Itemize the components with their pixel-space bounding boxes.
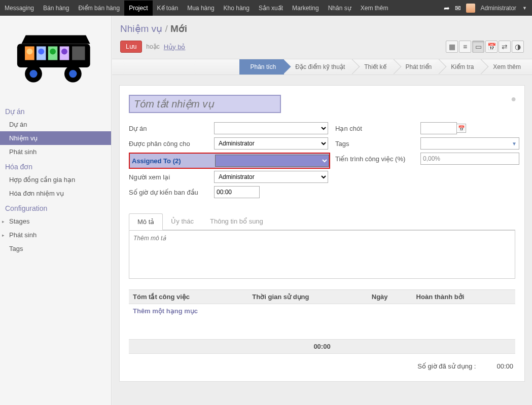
sidebar-item-label: Phát sinh — [9, 148, 37, 156]
work-total: 00:00 — [129, 339, 515, 353]
breadcrumb-parent[interactable]: Nhiệm vụ — [120, 23, 162, 34]
star-icon[interactable]: ● — [511, 94, 516, 104]
nav-xem-thêm[interactable]: Xem thêm — [356, 1, 393, 16]
tags-label: Tags — [335, 138, 420, 150]
project-label: Dự án — [129, 123, 214, 134]
nav-kế-toán[interactable]: Kế toán — [153, 1, 183, 16]
or-text: hoặc — [146, 43, 159, 50]
sidebar-item-label: Dự án — [9, 121, 27, 128]
col-hoàn-thành-bởi: Hoàn thành bởi — [412, 290, 515, 304]
avatar[interactable] — [466, 4, 475, 13]
tab-ủy-thác[interactable]: Ủy thác — [163, 213, 202, 230]
svg-rect-9 — [72, 46, 85, 60]
topnav-menu: MessagingBán hàngĐiểm bán hàngProjectKế … — [0, 1, 393, 16]
form-col-right: Hạn chót 📅 Tags ▼ Tiến trình công việc (… — [335, 122, 519, 201]
gantt-icon[interactable]: ⇄ — [499, 41, 511, 53]
hours-spent-row: Số giờ đã sử dụng : 00:00 — [129, 354, 515, 372]
graph-icon[interactable]: ◑ — [512, 41, 524, 53]
nav-sản-xuất[interactable]: Sản xuất — [254, 1, 288, 16]
nav-kho-hàng[interactable]: Kho hàng — [219, 1, 254, 16]
chevron-down-icon: ▼ — [522, 6, 527, 11]
breadcrumb: Nhiệm vụ / Mới — [120, 23, 187, 34]
sidebar-item-dự-án[interactable]: Dự án — [0, 118, 111, 131]
nav-project[interactable]: Project — [124, 1, 152, 16]
chat-icon[interactable]: ✉ — [455, 4, 461, 12]
stage-bar: Phân tíchĐặc điểm kỹ thuậtThiết kếPhát t… — [112, 59, 532, 75]
add-line-link[interactable]: Thêm một hạng mục — [133, 307, 198, 315]
breadcrumb-current: Mới — [170, 23, 187, 34]
deadline-label: Hạn chót — [335, 123, 420, 134]
logo — [0, 16, 111, 103]
reviewer-select[interactable]: Administrator — [214, 171, 328, 183]
calendar-icon[interactable]: 📅 — [485, 41, 498, 53]
sidebar: Dự ánDự ánNhiệm vụPhát sinhHóa đơnHợp đồ… — [0, 16, 112, 405]
chevron-right-icon: ▸ — [2, 231, 5, 239]
sidebar-section-hóa-đơn: Hóa đơn — [0, 159, 111, 173]
col-tóm-tắt-công-việc: Tóm tắt công việc — [129, 290, 248, 304]
nav-marketing[interactable]: Marketing — [288, 1, 324, 16]
topnav: MessagingBán hàngĐiểm bán hàngProjectKế … — [0, 0, 532, 16]
work-table: Tóm tắt công việcThời gian sử dụngNgàyHo… — [129, 289, 515, 354]
sidebar-item-phát-sinh[interactable]: Phát sinh — [0, 145, 111, 159]
chevron-right-icon: ▸ — [2, 217, 5, 226]
topnav-user[interactable]: Administrator — [480, 5, 516, 12]
assigned-label: Được phân công cho — [129, 138, 214, 150]
svg-point-2 — [26, 49, 32, 55]
inbox-icon[interactable]: ➦ — [444, 4, 450, 12]
sidebar-item-hóa-đơn-nhiệm-vụ[interactable]: Hóa đơn nhiệm vụ — [0, 187, 111, 200]
form-tabs: Mô tảỦy thácThông tin bổ sung — [129, 213, 515, 230]
form-icon[interactable]: ▭ — [472, 41, 484, 53]
assigned-select[interactable]: Administrator — [214, 137, 328, 150]
sidebar-item-phát-sinh[interactable]: ▸Phát sinh — [0, 228, 111, 242]
sidebar-section-dự-án: Dự án — [0, 103, 111, 118]
save-button[interactable]: Lưu — [120, 41, 142, 53]
svg-point-11 — [29, 70, 37, 78]
planned-hours-input[interactable] — [214, 186, 260, 198]
hours-spent-value: 00:00 — [478, 362, 513, 370]
list-icon[interactable]: ≡ — [459, 41, 471, 53]
stage-phát-triển[interactable]: Phát triển — [395, 59, 440, 75]
sidebar-item-nhiệm-vụ[interactable]: Nhiệm vụ — [0, 131, 111, 145]
deadline-input[interactable] — [420, 122, 457, 134]
hours-spent-label: Số giờ đã sử dụng : — [417, 362, 476, 370]
sidebar-section-configuration: Configuration — [0, 200, 111, 214]
assigned2-row: Assigned To (2) — [129, 153, 330, 169]
discard-link[interactable]: Hủy bỏ — [164, 43, 186, 51]
svg-point-4 — [38, 49, 44, 55]
svg-point-13 — [69, 70, 77, 78]
assigned2-select[interactable] — [215, 155, 329, 167]
sidebar-item-label: Hóa đơn nhiệm vụ — [9, 190, 64, 197]
sidebar-item-stages[interactable]: ▸Stages — [0, 214, 111, 228]
stage-xem-thêm[interactable]: Xem thêm — [482, 59, 529, 75]
stage-phân-tích[interactable]: Phân tích — [239, 59, 285, 75]
sidebar-item-hợp-đồng-cần-gia-hạn[interactable]: Hợp đồng cần gia hạn — [0, 173, 111, 187]
nav-bán-hàng[interactable]: Bán hàng — [39, 1, 74, 16]
content: Nhiệm vụ / Mới Lưu hoặc Hủy bỏ ▦≡▭📅⇄◑ Ph… — [112, 16, 532, 405]
col-ngày: Ngày — [368, 290, 412, 304]
nav-nhân-sự[interactable]: Nhân sự — [324, 1, 356, 16]
stage-đặc-điểm-kỹ-thuật[interactable]: Đặc điểm kỹ thuật — [284, 59, 353, 75]
project-select[interactable] — [214, 122, 328, 134]
col-thời-gian-sử-dụng: Thời gian sử dụng — [248, 290, 367, 304]
calendar-icon[interactable]: 📅 — [457, 124, 466, 133]
form-sheet: ● Dự án Được phân công cho Administrator… — [119, 85, 525, 382]
nav-mua-hàng[interactable]: Mua hàng — [183, 1, 219, 16]
tab-thông-tin-bổ-sung[interactable]: Thông tin bổ sung — [202, 213, 271, 230]
reviewer-label: Người xem lại — [129, 171, 214, 183]
task-summary-input[interactable] — [129, 95, 281, 113]
form-col-left: Dự án Được phân công cho Administrator A… — [129, 122, 330, 201]
chevron-down-icon: ▼ — [512, 141, 517, 146]
svg-point-6 — [50, 49, 56, 55]
view-switcher: ▦≡▭📅⇄◑ — [446, 41, 524, 53]
topnav-right: ➦ ✉ Administrator ▼ — [444, 4, 532, 13]
progress-input[interactable] — [420, 153, 519, 165]
description-textarea[interactable] — [129, 230, 515, 279]
nav-điểm-bán-hàng[interactable]: Điểm bán hàng — [74, 1, 124, 16]
tab-mô-tả[interactable]: Mô tả — [129, 213, 163, 230]
sidebar-item-tags[interactable]: Tags — [0, 242, 111, 255]
sidebar-item-label: Tags — [9, 245, 23, 252]
nav-messaging[interactable]: Messaging — [0, 1, 39, 16]
kanban-icon[interactable]: ▦ — [446, 41, 458, 53]
sidebar-item-label: Nhiệm vụ — [9, 134, 38, 142]
tags-select[interactable]: ▼ — [420, 137, 519, 150]
